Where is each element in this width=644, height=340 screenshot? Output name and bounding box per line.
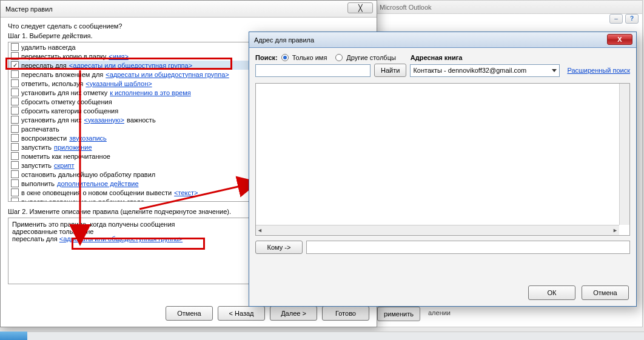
address-book-select[interactable]: Контакты - dennovikoff32@gmail.com bbox=[410, 64, 560, 77]
action-link[interactable]: <указанную> bbox=[84, 116, 124, 124]
checkbox[interactable] bbox=[11, 125, 19, 133]
checkbox[interactable] bbox=[11, 161, 19, 169]
checkbox[interactable] bbox=[11, 88, 19, 96]
action-link[interactable]: скрипт bbox=[54, 162, 75, 169]
action-text: распечатать bbox=[21, 125, 59, 133]
radio-other-columns-label: Другие столбцы bbox=[346, 54, 396, 61]
checkbox[interactable] bbox=[11, 107, 19, 115]
ok-button[interactable]: ОК bbox=[528, 285, 575, 300]
outlook-title: Microsoft Outlook bbox=[374, 1, 642, 14]
action-text: запустить bbox=[21, 162, 52, 169]
address-dialog: Адрес для правила X Поиск: Только имя Др… bbox=[249, 32, 637, 307]
to-field[interactable] bbox=[306, 241, 630, 254]
action-text: удалить навсегда bbox=[21, 44, 76, 51]
radio-other-columns[interactable] bbox=[335, 54, 343, 61]
desc-recipients-link[interactable]: <адресаты или общедоступная группа> bbox=[59, 235, 183, 242]
checkbox[interactable] bbox=[11, 170, 19, 178]
taskbar[interactable] bbox=[0, 332, 27, 340]
find-button[interactable]: Найти bbox=[374, 64, 406, 77]
chevron-down-icon bbox=[552, 69, 557, 72]
action-text: в окне оповещения о новом сообщении выве… bbox=[21, 189, 172, 196]
checkbox[interactable] bbox=[11, 134, 19, 142]
action-link[interactable]: <адресаты или общедоступная группа> bbox=[106, 71, 229, 78]
address-book-value: Контакты - dennovikoff32@gmail.com bbox=[413, 67, 526, 74]
advanced-search-link[interactable]: Расширенный поиск bbox=[567, 67, 630, 74]
address-title-text: Адрес для правила bbox=[254, 36, 314, 44]
address-book-label: Адресная книга bbox=[411, 54, 463, 61]
checkbox[interactable]: ✓ bbox=[11, 61, 19, 69]
action-text: ответить, используя bbox=[21, 80, 83, 87]
cancel-button[interactable]: Отмена bbox=[166, 306, 213, 321]
minimize-button[interactable]: – bbox=[609, 14, 623, 24]
scroll-right-icon[interactable]: ► bbox=[612, 227, 618, 233]
action-text: запустить bbox=[21, 144, 52, 151]
checkbox[interactable] bbox=[11, 70, 19, 78]
checkbox[interactable] bbox=[11, 143, 19, 151]
wizard-question: Что следует сделать с сообщением? bbox=[8, 22, 369, 30]
help-button[interactable]: ? bbox=[625, 14, 639, 24]
checkbox[interactable] bbox=[11, 188, 19, 196]
contacts-list[interactable]: ◄ ► bbox=[255, 83, 630, 236]
checkbox[interactable] bbox=[11, 98, 19, 105]
action-text-post: важность bbox=[127, 116, 156, 124]
action-link[interactable]: <адресаты или общедоступная группа> bbox=[69, 62, 192, 69]
action-text: переслать для bbox=[21, 62, 67, 69]
cancel-button[interactable]: Отмена bbox=[582, 285, 629, 300]
action-text: переслать вложением для bbox=[21, 71, 103, 78]
close-icon[interactable]: X bbox=[607, 34, 632, 45]
close-icon[interactable]: ╳ bbox=[347, 2, 373, 13]
action-text: сбросить категории сообщения bbox=[21, 107, 118, 115]
checkbox[interactable] bbox=[11, 79, 19, 87]
action-text: остановить дальнейшую обработку правил bbox=[21, 171, 155, 178]
action-text: установить для них отметку bbox=[21, 89, 107, 96]
action-text: сбросить отметку сообщения bbox=[21, 98, 112, 105]
action-link[interactable]: приложение bbox=[54, 144, 92, 151]
action-link[interactable]: <текст> bbox=[174, 189, 198, 196]
action-text: переместить копию в папку bbox=[21, 53, 106, 60]
wizard-title-text: Мастер правил bbox=[5, 5, 53, 13]
action-text: установить для них bbox=[21, 116, 81, 124]
address-titlebar: Адрес для правила X bbox=[249, 32, 636, 48]
finish-button[interactable]: Готово bbox=[322, 306, 369, 321]
scrollbar-vertical[interactable] bbox=[619, 84, 629, 225]
action-text: выполнить bbox=[21, 180, 55, 187]
action-link[interactable]: дополнительное действие bbox=[57, 180, 139, 187]
checkbox[interactable] bbox=[11, 52, 19, 60]
back-button[interactable]: < Назад bbox=[218, 306, 265, 321]
action-text: вывести оповещение на рабочем столе bbox=[21, 198, 144, 202]
ghost-label: алении bbox=[428, 309, 451, 316]
search-label: Поиск: bbox=[255, 54, 278, 61]
action-text: воспроизвести bbox=[21, 135, 67, 142]
scrollbar-horizontal[interactable]: ◄ ► bbox=[256, 225, 619, 235]
action-link[interactable]: звукозапись bbox=[69, 135, 107, 142]
action-link[interactable]: <указанный шаблон> bbox=[86, 80, 152, 87]
search-input[interactable] bbox=[255, 64, 371, 77]
scroll-left-icon[interactable]: ◄ bbox=[257, 227, 263, 233]
wizard-titlebar: Мастер правил ╳ bbox=[1, 1, 377, 18]
checkbox[interactable] bbox=[11, 179, 19, 187]
checkbox[interactable] bbox=[11, 116, 19, 124]
action-link[interactable]: к исполнению в это время bbox=[110, 89, 190, 96]
checkbox[interactable] bbox=[11, 152, 19, 160]
apply-button-partial[interactable]: рименить bbox=[377, 307, 420, 321]
statusbar-strip bbox=[27, 332, 644, 340]
desc-line3-pre: переслать для bbox=[12, 235, 59, 242]
to-button[interactable]: Кому -> bbox=[255, 241, 303, 254]
action-link[interactable]: <имя> bbox=[109, 53, 129, 60]
action-text: пометить как непрочитанное bbox=[21, 153, 110, 160]
checkbox[interactable] bbox=[11, 198, 19, 202]
next-button[interactable]: Далее > bbox=[270, 306, 317, 321]
radio-name-only[interactable] bbox=[281, 54, 289, 61]
radio-name-only-label: Только имя bbox=[292, 54, 327, 61]
checkbox[interactable] bbox=[11, 43, 19, 51]
